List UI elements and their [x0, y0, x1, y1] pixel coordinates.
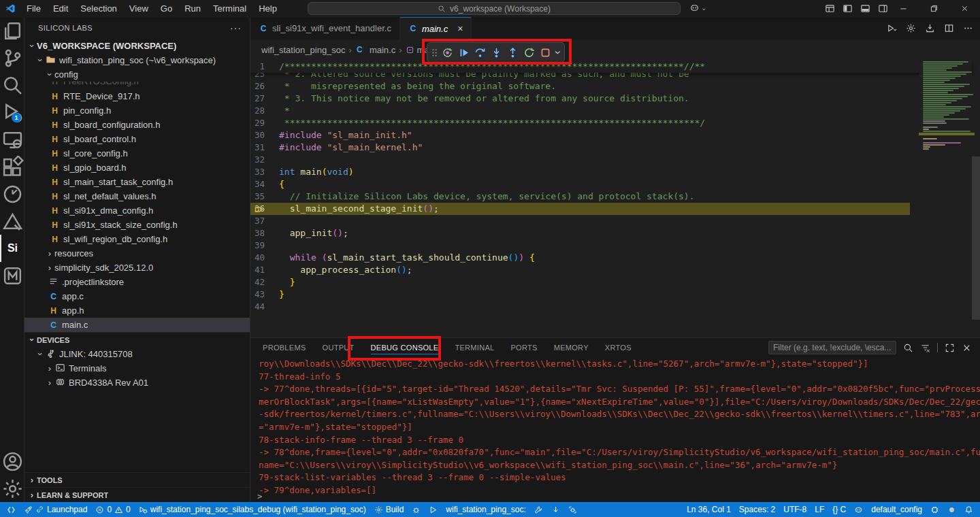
panel-left-toggle-button[interactable]: [843, 3, 853, 14]
status-launchpad[interactable]: Launchpad: [20, 502, 91, 517]
tree-item-resources[interactable]: ›resources: [24, 246, 250, 261]
tree-item-projectlinkstore[interactable]: .projectlinkstore: [24, 275, 250, 289]
panel-close-button[interactable]: [962, 343, 972, 353]
activity-explorer[interactable]: [0, 17, 24, 44]
activity-network-analyzer[interactable]: [0, 207, 24, 235]
panel-filter-button[interactable]: [920, 343, 930, 353]
panel-magnifier-button[interactable]: [903, 343, 913, 353]
tree-item-sl-si91x-dma-config-h[interactable]: Hsl_si91x_dma_config.h: [24, 203, 250, 218]
window-minimize-button[interactable]: [888, 0, 919, 17]
sidebar-section-tools[interactable]: ›TOOLS: [24, 472, 250, 487]
tree-item-app-h[interactable]: Happ.h: [24, 303, 250, 318]
debug-more-debug-options-button[interactable]: ›: [553, 44, 562, 61]
status-notifications[interactable]: [960, 502, 977, 517]
activity-silicon-labs[interactable]: Si: [0, 235, 24, 262]
tree-item-main-c[interactable]: Cmain.c: [24, 318, 250, 332]
activity-energy-profiler[interactable]: [0, 180, 24, 207]
activity-source-control[interactable]: [0, 44, 24, 71]
code-line-42[interactable]: 42 }: [250, 276, 980, 288]
activity-settings[interactable]: [0, 475, 24, 502]
code-line-31[interactable]: 31#include "sl_main_kernel.h": [250, 141, 980, 154]
activity-remote-explorer[interactable]: [0, 126, 24, 153]
editor-action-gear-button[interactable]: [906, 23, 916, 33]
status-debug-project[interactable]: [564, 502, 581, 517]
code-line-26[interactable]: 26 * misrepresented as being the origina…: [250, 80, 980, 93]
debug-reset-device-button[interactable]: [439, 44, 455, 61]
tree-item-sl-main-start-task-config-h[interactable]: Hsl_main_start_task_config.h: [24, 175, 250, 189]
command-center-search[interactable]: v6_workspace (Workspace): [308, 2, 681, 15]
code-line-30[interactable]: 30#include "sl_main_init.h": [250, 129, 980, 141]
tree-item-config[interactable]: ›config: [24, 67, 250, 82]
editor-action-ellipsis-button[interactable]: [963, 23, 973, 33]
code-line-35[interactable]: 35 // Initialize Silicon Labs device, sy…: [250, 190, 980, 203]
code-line-32[interactable]: 32: [250, 154, 980, 166]
minimap[interactable]: [919, 60, 972, 337]
status-problems[interactable]: 00: [91, 502, 134, 517]
code-line-39[interactable]: 39: [250, 239, 980, 252]
status-debug-launch-config[interactable]: wifi_station_ping_soc_silabs_debug (wifi…: [135, 502, 370, 517]
code-line-37[interactable]: 37: [250, 215, 980, 227]
line-number[interactable]: 35: [250, 190, 279, 203]
status-encoding[interactable]: UTF-8: [779, 502, 811, 517]
tree-item-pin-config-h[interactable]: Hpin_config.h: [24, 103, 250, 118]
line-number[interactable]: 26: [250, 80, 279, 93]
editor-action-run-chevron-button[interactable]: [887, 23, 897, 33]
code-line-40[interactable]: 40 while (sl_main_start_task_should_cont…: [250, 252, 980, 264]
status-debug-tool[interactable]: [408, 502, 425, 517]
code-line-41[interactable]: 41 app_process_action();: [250, 264, 980, 276]
menu-view[interactable]: View: [123, 0, 154, 17]
menu-help[interactable]: Help: [252, 0, 283, 17]
tree-item-app-c[interactable]: Capp.c: [24, 289, 250, 303]
debug-step-out-button[interactable]: [504, 44, 521, 61]
code-line-44[interactable]: 44: [250, 301, 980, 313]
menu-run[interactable]: Run: [178, 0, 207, 17]
panel-tab-ports[interactable]: PORTS: [510, 338, 537, 357]
panel-tab-debug-console[interactable]: DEBUG CONSOLE: [371, 338, 439, 357]
sidebar-section-devices[interactable]: ›DEVICES: [24, 332, 250, 347]
tree-item-sl-board-configuration-h[interactable]: Hsl_board_configuration.h: [24, 118, 250, 132]
panel-tab-memory[interactable]: MEMORY: [554, 338, 589, 357]
debug-continue-button[interactable]: [455, 44, 472, 61]
editor-action-split-button[interactable]: [944, 23, 954, 33]
code-line-29[interactable]: 29 *************************************…: [250, 117, 980, 129]
sidebar-section-learn-support[interactable]: ›LEARN & SUPPORT: [24, 487, 250, 502]
status-device[interactable]: [926, 502, 943, 517]
status-eol[interactable]: LF: [811, 502, 828, 517]
activity-extensions[interactable]: [0, 153, 24, 180]
line-number[interactable]: 37: [250, 215, 279, 227]
line-number[interactable]: 28: [250, 105, 279, 117]
debug-step-over-button[interactable]: [472, 44, 488, 61]
panel-tab-terminal[interactable]: TERMINAL: [455, 338, 494, 357]
status-status-dot[interactable]: [943, 502, 960, 517]
console-filter-input[interactable]: [768, 341, 896, 354]
code-editor[interactable]: 1/**************************************…: [250, 60, 980, 337]
tree-item-sl-net-default-values-h[interactable]: Hsl_net_default_values.h: [24, 189, 250, 203]
line-number[interactable]: 38: [250, 227, 279, 239]
status-language-mode[interactable]: {} C: [828, 502, 850, 517]
panel-bottom-toggle-button[interactable]: [860, 3, 870, 14]
line-number[interactable]: 39: [250, 239, 279, 252]
line-number[interactable]: 34: [250, 178, 279, 190]
editor-tab-sli-si91x-wifi-event-handler-c[interactable]: Csli_si91x_wifi_event_handler.c: [250, 17, 400, 39]
menu-selection[interactable]: Selection: [74, 0, 122, 17]
tree-item-sl-core-config-h[interactable]: Hsl_core_config.h: [24, 146, 250, 161]
code-line-38[interactable]: 38 app_init();: [250, 227, 980, 239]
activity-run-and-debug[interactable]: 1: [0, 99, 24, 126]
sidebar-more-actions-button[interactable]: ···: [230, 22, 242, 33]
code-line-36[interactable]: 36 sl_main_second_stage_init();: [250, 203, 980, 215]
line-number[interactable]: 30: [250, 129, 279, 141]
breadcrumb-main-c[interactable]: Cmain.c: [355, 45, 395, 55]
tree-item-rte-device-917-h[interactable]: HRTE_Device_917.h: [24, 89, 250, 103]
activity-search[interactable]: [0, 71, 24, 99]
line-number[interactable]: 42: [250, 276, 279, 288]
debug-restart-button[interactable]: [521, 44, 537, 61]
tree-item-sl-board-control-h[interactable]: Hsl_board_control.h: [24, 132, 250, 146]
line-number[interactable]: 32: [250, 154, 279, 166]
debug-console-prompt[interactable]: >: [257, 492, 262, 501]
activity-mcu-view[interactable]: [0, 262, 24, 289]
tree-item-sl-gpio-board-h[interactable]: Hsl_gpio_board.h: [24, 161, 250, 175]
window-close-button[interactable]: [949, 0, 980, 17]
panel-expand-button[interactable]: [945, 343, 955, 353]
status-cursor-position[interactable]: Ln 36, Col 1: [683, 502, 735, 517]
sticky-scroll-line[interactable]: 1/**************************************…: [250, 60, 972, 73]
